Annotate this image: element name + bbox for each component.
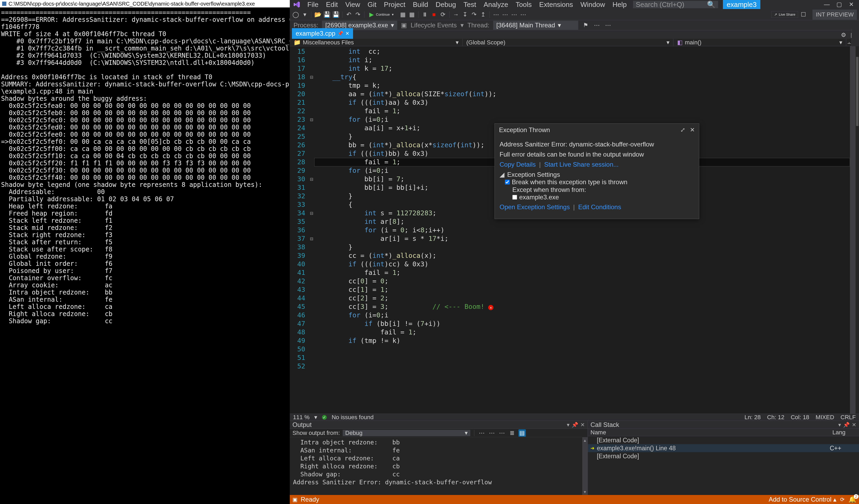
fold-column[interactable]: ⊟⊟⊟⊟⊟ — [309, 46, 314, 414]
menu-file[interactable]: File — [304, 0, 322, 10]
pin-icon[interactable]: ⤢ — [680, 126, 685, 134]
minimize-button[interactable]: — — [821, 0, 833, 9]
close-tab-icon[interactable]: ✕ — [345, 31, 349, 36]
tool-icon[interactable]: ⋯ — [519, 11, 527, 18]
live-share-button[interactable]: ↗ Live Share — [771, 11, 798, 18]
menu-analyze[interactable]: Analyze — [480, 0, 512, 10]
callstack-col-lang[interactable]: Lang — [830, 429, 859, 436]
editor-vscrollbar[interactable] — [850, 46, 855, 414]
clear-output-icon[interactable]: ▤ — [518, 429, 526, 437]
callstack-row[interactable]: [External Code] — [588, 436, 859, 444]
start-live-share-link[interactable]: Start Live Share session... — [544, 161, 619, 168]
solution-name-pill[interactable]: example3 — [723, 0, 760, 10]
debug-target-icon[interactable]: ▦ — [399, 11, 407, 18]
sync-icon[interactable]: ⟳ — [840, 496, 845, 503]
menu-help[interactable]: Help — [609, 0, 630, 10]
scope-project[interactable]: 📁 Miscellaneous Files ▾ — [290, 39, 463, 47]
step-into-icon[interactable]: ↧ — [461, 11, 469, 18]
redo-icon[interactable]: ↷ — [354, 11, 362, 18]
output-tool-icon[interactable]: ⋯ — [478, 429, 485, 437]
menu-git[interactable]: Git — [364, 0, 380, 10]
callstack-col-name[interactable]: Name — [588, 429, 830, 436]
document-tab-active[interactable]: example3.cpp 📌 ✕ — [292, 28, 353, 39]
lifecycle-label[interactable]: Lifecycle Events — [411, 21, 457, 29]
notifications-icon[interactable]: 🔔2 — [848, 496, 856, 503]
tool-icon[interactable]: ⋯ — [501, 11, 509, 18]
word-wrap-icon[interactable]: ≣ — [508, 429, 516, 437]
console-titlebar[interactable]: C:\MSDN\cpp-docs-pr\docs\c-language\ASAN… — [0, 0, 290, 7]
menu-debug[interactable]: Debug — [432, 0, 460, 10]
flag-icon[interactable]: ⚑ — [582, 21, 589, 29]
output-source-dropdown[interactable]: Debug▾ — [343, 430, 470, 436]
edit-conditions-link[interactable]: Edit Conditions — [578, 203, 621, 211]
close-button[interactable]: ✕ — [845, 0, 857, 9]
output-text[interactable]: Intra object redzone: bb ASan internal: … — [290, 437, 588, 495]
menu-project[interactable]: Project — [380, 0, 409, 10]
break-when-checkbox[interactable]: Break when this exception type is thrown — [505, 178, 628, 186]
lifecycle-icon[interactable]: ▣ — [401, 21, 407, 29]
stack-icon[interactable]: ⋯ — [593, 21, 601, 29]
pin-icon[interactable]: 📌 — [337, 31, 343, 36]
menu-test[interactable]: Test — [460, 0, 480, 10]
nav-fwd-icon[interactable]: ▾ — [301, 11, 308, 18]
caret-down-icon[interactable]: ◢ — [500, 171, 504, 178]
except-item-checkbox[interactable]: example3.exe — [512, 194, 559, 201]
editor-overview-ruler[interactable] — [855, 46, 859, 414]
eol[interactable]: CRLF — [841, 414, 856, 421]
tool-icon[interactable]: ⋯ — [510, 11, 518, 18]
search-box[interactable]: Search (Ctrl+Q) 🔍 — [633, 1, 718, 8]
break-all-icon[interactable]: ⏸ — [421, 11, 428, 18]
close-icon[interactable]: ✕ — [581, 422, 585, 428]
search-placeholder: Search (Ctrl+Q) — [636, 1, 684, 9]
issues-label[interactable]: No issues found — [332, 414, 374, 421]
pin-icon[interactable]: 📌 — [843, 422, 850, 428]
gear-icon[interactable]: ⚙ — [840, 31, 847, 39]
thread-dropdown[interactable]: [36468] Main Thread▾ — [493, 21, 578, 30]
save-icon[interactable]: 💾 — [323, 11, 330, 18]
mode[interactable]: MIXED — [816, 414, 834, 421]
callstack-row[interactable]: [External Code] — [588, 452, 859, 460]
copy-details-link[interactable]: Copy Details — [500, 161, 536, 168]
scope-member[interactable]: ◧ main() ▾ — [674, 39, 846, 47]
close-icon[interactable]: ✕ — [852, 422, 856, 428]
output-tool-icon[interactable]: ⋯ — [488, 429, 496, 437]
output-vscrollbar[interactable]: ▴▾ — [582, 437, 588, 495]
close-icon[interactable]: ✕ — [690, 126, 695, 134]
restart-icon[interactable]: ⟳ — [439, 11, 447, 18]
add-source-control[interactable]: Add to Source Control ▴ — [769, 496, 837, 503]
step-out-icon[interactable]: ↥ — [479, 11, 487, 18]
code-area[interactable]: int cc; int i; int k = 17; __try{ tmp = … — [314, 46, 850, 414]
callstack-row[interactable]: ➜example3.exe!main() Line 48C++ — [588, 444, 859, 452]
feedback-icon[interactable]: ☐ — [800, 11, 807, 18]
menu-edit[interactable]: Edit — [322, 0, 342, 10]
step-over-icon[interactable]: ↷ — [470, 11, 478, 18]
tool-icon[interactable]: ⋯ — [492, 11, 500, 18]
open-file-icon[interactable]: 📂 — [314, 11, 321, 18]
callstack-rows[interactable]: [External Code]➜example3.exe!main() Line… — [588, 436, 859, 495]
code-editor[interactable]: 1516171819202122232425262728293031323334… — [290, 46, 859, 414]
nav-back-icon[interactable]: ◯ — [292, 11, 299, 18]
undo-icon[interactable]: ↶ — [345, 11, 352, 18]
dropdown-icon[interactable]: ▾ — [567, 422, 570, 428]
menu-extensions[interactable]: Extensions — [536, 0, 577, 10]
show-next-icon[interactable]: → — [452, 11, 460, 18]
dropdown-icon[interactable]: ▾ — [838, 422, 841, 428]
standard-toolbar: ◯ ▾ 📂 💾 💾 ↶ ↷ ▶ Continue ▾ ▦ ▦ ⏸ ■ ⟳ → ↧ — [290, 9, 859, 20]
pin-icon[interactable]: 📌 — [572, 422, 578, 428]
scope-namespace[interactable]: (Global Scope) ▾ — [463, 39, 674, 47]
continue-button[interactable]: ▶ Continue ▾ — [367, 11, 397, 19]
method-icon: ◧ — [677, 39, 683, 46]
menu-view[interactable]: View — [342, 0, 364, 10]
zoom-level[interactable]: 111 % — [293, 414, 310, 421]
maximize-button[interactable]: ▢ — [833, 0, 845, 9]
menu-window[interactable]: Window — [577, 0, 608, 10]
hot-reload-icon[interactable]: ▦ — [408, 11, 416, 18]
open-exception-settings-link[interactable]: Open Exception Settings — [500, 203, 570, 211]
menu-build[interactable]: Build — [409, 0, 432, 10]
menu-tools[interactable]: Tools — [512, 0, 536, 10]
stack-icon[interactable]: ⋯ — [604, 21, 612, 29]
search-icon: 🔍 — [707, 1, 715, 9]
stop-icon[interactable]: ■ — [430, 11, 438, 18]
save-all-icon[interactable]: 💾 — [332, 11, 340, 18]
output-tool-icon[interactable]: ⋯ — [498, 429, 506, 437]
